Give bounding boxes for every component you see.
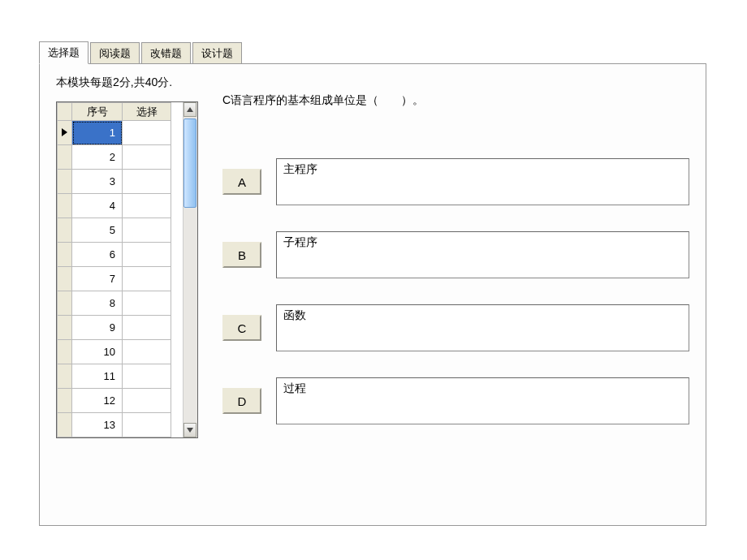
- tab-0[interactable]: 选择题: [39, 41, 89, 64]
- option-row-c: C函数: [222, 304, 689, 351]
- table-row[interactable]: 11: [58, 364, 171, 389]
- cell-num[interactable]: 2: [72, 145, 123, 170]
- tab-1[interactable]: 阅读题: [90, 42, 140, 64]
- cell-num[interactable]: 8: [72, 291, 123, 316]
- module-info: 本模块每题2分,共40分.: [56, 75, 172, 90]
- cell-sel[interactable]: [123, 121, 171, 145]
- option-text-c: 函数: [276, 304, 689, 351]
- cell-num[interactable]: 10: [72, 340, 123, 364]
- option-text-a: 主程序: [276, 158, 689, 205]
- cell-num[interactable]: 13: [72, 413, 123, 437]
- row-handle[interactable]: [58, 170, 72, 194]
- table-row[interactable]: 4: [58, 194, 171, 218]
- table-row[interactable]: 5: [58, 218, 171, 243]
- option-button-b[interactable]: B: [222, 242, 261, 268]
- cell-num[interactable]: 6: [72, 243, 123, 267]
- question-grid[interactable]: 序号 选择 12345678910111213: [56, 101, 198, 438]
- row-handle[interactable]: [58, 121, 72, 145]
- cell-sel[interactable]: [123, 316, 171, 340]
- scroll-down-button[interactable]: [184, 423, 196, 437]
- row-handle[interactable]: [58, 364, 72, 389]
- option-text-b: 子程序: [276, 231, 689, 278]
- cell-sel[interactable]: [123, 267, 171, 291]
- row-handle[interactable]: [58, 218, 72, 243]
- tab-panel-choice: 本模块每题2分,共40分. 序号 选择 12345678910111213 C语…: [39, 63, 706, 526]
- cell-num[interactable]: 12: [72, 389, 123, 413]
- table-row[interactable]: 7: [58, 267, 171, 291]
- table-row[interactable]: 2: [58, 145, 171, 170]
- table-row[interactable]: 8: [58, 291, 171, 316]
- row-handle[interactable]: [58, 267, 72, 291]
- row-handle[interactable]: [58, 243, 72, 267]
- row-handle[interactable]: [58, 145, 72, 170]
- grid-scrollbar[interactable]: [183, 102, 197, 437]
- cell-sel[interactable]: [123, 170, 171, 194]
- row-handle[interactable]: [58, 194, 72, 218]
- tab-2[interactable]: 改错题: [141, 42, 191, 64]
- question-text: C语言程序的基本组成单位是（ ）。: [222, 93, 424, 108]
- row-handle[interactable]: [58, 316, 72, 340]
- table-row[interactable]: 12: [58, 389, 171, 413]
- table-row[interactable]: 9: [58, 316, 171, 340]
- grid-header-sel[interactable]: 选择: [123, 103, 171, 121]
- row-handle[interactable]: [58, 389, 72, 413]
- cell-num[interactable]: 9: [72, 316, 123, 340]
- cell-sel[interactable]: [123, 194, 171, 218]
- cell-sel[interactable]: [123, 340, 171, 364]
- current-row-icon: [62, 128, 67, 136]
- cell-sel[interactable]: [123, 291, 171, 316]
- cell-num[interactable]: 1: [72, 121, 123, 145]
- row-handle[interactable]: [58, 291, 72, 316]
- cell-sel[interactable]: [123, 218, 171, 243]
- cell-sel[interactable]: [123, 243, 171, 267]
- table-row[interactable]: 10: [58, 340, 171, 364]
- table-row[interactable]: 1: [58, 121, 171, 145]
- grid-corner: [58, 103, 72, 121]
- cell-sel[interactable]: [123, 413, 171, 437]
- option-button-c[interactable]: C: [222, 315, 261, 341]
- table-row[interactable]: 13: [58, 413, 171, 437]
- cell-num[interactable]: 3: [72, 170, 123, 194]
- cell-sel[interactable]: [123, 145, 171, 170]
- options-area: A主程序B子程序C函数D过程: [222, 158, 689, 450]
- row-handle[interactable]: [58, 340, 72, 364]
- option-button-a[interactable]: A: [222, 169, 261, 195]
- cell-sel[interactable]: [123, 389, 171, 413]
- cell-num[interactable]: 11: [72, 364, 123, 389]
- option-row-a: A主程序: [222, 158, 689, 205]
- option-text-d: 过程: [276, 377, 689, 424]
- row-handle[interactable]: [58, 413, 72, 437]
- scroll-up-button[interactable]: [184, 102, 196, 117]
- tab-3[interactable]: 设计题: [192, 42, 242, 64]
- cell-num[interactable]: 5: [72, 218, 123, 243]
- option-row-b: B子程序: [222, 231, 689, 278]
- grid-header-num[interactable]: 序号: [72, 103, 123, 121]
- table-row[interactable]: 6: [58, 243, 171, 267]
- table-row[interactable]: 3: [58, 170, 171, 194]
- option-row-d: D过程: [222, 377, 689, 424]
- cell-num[interactable]: 7: [72, 267, 123, 291]
- cell-num[interactable]: 4: [72, 194, 123, 218]
- option-button-d[interactable]: D: [222, 388, 261, 414]
- tab-strip: 选择题阅读题改错题设计题: [39, 41, 706, 63]
- scroll-thumb[interactable]: [184, 118, 196, 208]
- exam-panel: 选择题阅读题改错题设计题 本模块每题2分,共40分. 序号 选择 1234567…: [39, 41, 706, 528]
- cell-sel[interactable]: [123, 364, 171, 389]
